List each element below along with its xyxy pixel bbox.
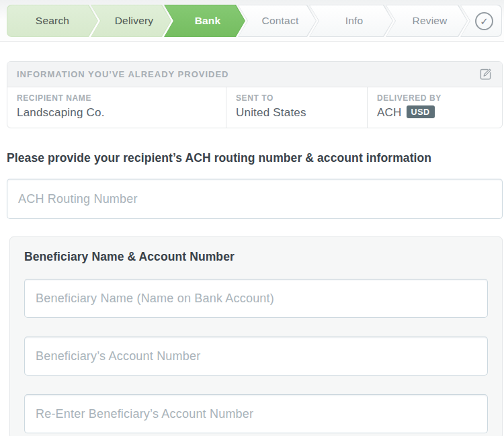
summary-field-sent-to: SENT TO United States (226, 87, 367, 128)
wizard-step-bank[interactable]: Bank (164, 5, 245, 37)
step-label: Info (339, 15, 364, 27)
wizard-step-search[interactable]: Search (7, 5, 98, 37)
step-label: Search (36, 15, 69, 27)
summary-card: INFORMATION YOU’VE ALREADY PROVIDED RECI… (7, 61, 503, 128)
beneficiary-panel: Beneficiary Name & Account Number (9, 236, 503, 436)
edit-summary-button[interactable] (477, 66, 494, 83)
field-value: Landscaping Co. (17, 106, 216, 120)
ach-routing-number-input[interactable] (7, 179, 503, 219)
beneficiary-name-input[interactable] (24, 279, 488, 318)
currency-badge: USD (407, 105, 435, 118)
wizard-breadcrumb: Search Delivery Bank Contact Info Review… (0, 0, 504, 42)
check-circle-icon: ✓ (475, 12, 493, 30)
summary-field-recipient-name: RECIPIENT NAME Landscaping Co. (7, 87, 226, 128)
reenter-account-number-input[interactable] (24, 394, 488, 433)
step-label: Review (406, 15, 447, 27)
beneficiary-heading: Beneficiary Name & Account Number (24, 250, 488, 264)
wizard-step-review[interactable]: Review (386, 5, 468, 37)
delivery-method: ACH (377, 106, 402, 119)
step-label: Contact (256, 15, 299, 27)
edit-icon (478, 67, 493, 81)
step-label: Bank (189, 15, 221, 27)
beneficiary-account-number-input[interactable] (24, 337, 488, 376)
step-label: Delivery (109, 15, 154, 27)
field-label: DELIVERED BY (377, 93, 493, 103)
page-prompt: Please provide your recipient’s ACH rout… (7, 151, 504, 165)
summary-title: INFORMATION YOU’VE ALREADY PROVIDED (17, 69, 477, 79)
summary-body: RECIPIENT NAME Landscaping Co. SENT TO U… (7, 87, 502, 128)
field-value: ACHUSD (377, 106, 493, 120)
wizard-step-delivery[interactable]: Delivery (91, 5, 171, 37)
field-label: SENT TO (236, 93, 358, 103)
summary-field-delivered-by: DELIVERED BY ACHUSD (367, 87, 502, 128)
field-value: United States (236, 106, 358, 120)
field-label: RECIPIENT NAME (17, 93, 216, 103)
wizard-step-contact[interactable]: Contact (238, 5, 317, 37)
summary-header: INFORMATION YOU’VE ALREADY PROVIDED (7, 62, 502, 87)
wizard-step-info[interactable]: Info (309, 5, 393, 37)
